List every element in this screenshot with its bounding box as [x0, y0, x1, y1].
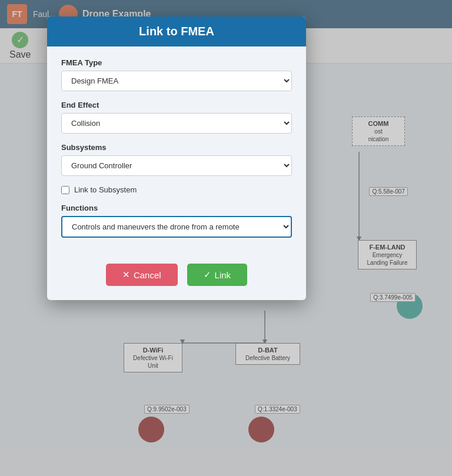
subsystems-group: Subsystems Ground Controller Flight Cont…: [61, 143, 292, 176]
link-to-subsystem-label: Link to Subsystem: [74, 185, 137, 194]
end-effect-select[interactable]: Collision Loss of Signal Power Failure: [61, 113, 292, 134]
functions-group: Functions Controls and maneuvers the dro…: [61, 204, 292, 238]
subsystems-select[interactable]: Ground Controller Flight Controller Comm…: [61, 155, 292, 176]
cancel-button[interactable]: ✕ Cancel: [106, 264, 178, 286]
modal-footer: ✕ Cancel ✓ Link: [47, 264, 306, 300]
end-effect-group: End Effect Collision Loss of Signal Powe…: [61, 101, 292, 134]
cancel-label: Cancel: [134, 270, 161, 280]
fmea-type-select[interactable]: Design FMEA Process FMEA System FMEA: [61, 71, 292, 91]
fmea-type-group: FMEA Type Design FMEA Process FMEA Syste…: [61, 58, 292, 91]
functions-select[interactable]: Controls and maneuvers the drone from a …: [61, 216, 292, 238]
link-to-subsystem-checkbox[interactable]: [61, 186, 69, 194]
link-button[interactable]: ✓ Link: [187, 264, 248, 286]
link-to-subsystem-row: Link to Subsystem: [61, 185, 292, 194]
functions-label: Functions: [61, 204, 292, 212]
modal-header: Link to FMEA: [47, 16, 306, 46]
subsystems-label: Subsystems: [61, 143, 292, 152]
modal-title: Link to FMEA: [139, 25, 214, 38]
end-effect-label: End Effect: [61, 101, 292, 109]
cancel-icon: ✕: [122, 269, 130, 280]
modal-body: FMEA Type Design FMEA Process FMEA Syste…: [47, 46, 306, 264]
link-to-fmea-modal: Link to FMEA FMEA Type Design FMEA Proce…: [47, 16, 306, 300]
fmea-type-label: FMEA Type: [61, 58, 292, 67]
link-label: Link: [215, 270, 231, 280]
link-check-icon: ✓: [204, 269, 211, 280]
